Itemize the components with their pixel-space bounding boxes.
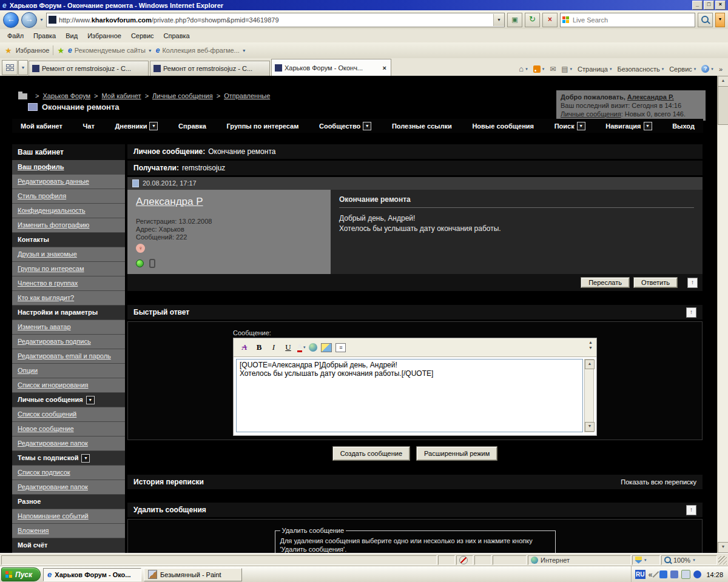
dropdown-icon[interactable]: ▼ bbox=[81, 454, 90, 463]
username-link[interactable]: Александра Р. bbox=[627, 93, 674, 101]
help-menu[interactable]: ?▾ bbox=[701, 65, 713, 73]
sidebar-item[interactable]: Список сообщений bbox=[12, 407, 125, 422]
tab-list-dropdown[interactable]: ▼ bbox=[18, 60, 28, 75]
menu-item[interactable]: Сервис bbox=[126, 31, 159, 41]
restore-button[interactable]: □ bbox=[704, 1, 714, 10]
menu-item[interactable]: Файл bbox=[2, 31, 29, 41]
submit-message-button[interactable]: Создать сообщение bbox=[332, 446, 410, 461]
tools-menu[interactable]: Сервис▾ bbox=[669, 65, 696, 73]
sidebar-item[interactable]: Личные сообщения ▼ bbox=[12, 393, 125, 407]
bold-button[interactable]: B bbox=[254, 341, 265, 353]
tray-collapse-icon[interactable]: « bbox=[649, 570, 653, 579]
scroll-down-icon[interactable]: ▼ bbox=[718, 542, 728, 553]
dropdown-icon[interactable]: ▼ bbox=[644, 122, 652, 130]
taskbar-task[interactable]: e Харьков Форум - Око... bbox=[43, 568, 141, 581]
start-button[interactable]: Пуск bbox=[1, 567, 41, 581]
menu-item[interactable]: Справка bbox=[159, 31, 195, 41]
sidebar-item[interactable]: Опции bbox=[12, 364, 125, 378]
favorites-bar-item[interactable]: e Рекомендуемые сайты ▼ bbox=[68, 46, 152, 55]
url-text[interactable]: http://www.kharkovforum.com/private.php?… bbox=[59, 16, 493, 24]
menu-item[interactable]: Избранное bbox=[83, 31, 126, 41]
refresh-button[interactable]: ↻ bbox=[525, 13, 540, 27]
author-name-link[interactable]: Александра Р bbox=[136, 196, 203, 208]
sidebar-item[interactable]: Редактировать данные bbox=[12, 175, 125, 189]
forward-button[interactable]: Переслать bbox=[581, 277, 630, 288]
sidebar-item[interactable]: Ваш профиль bbox=[12, 160, 125, 175]
dropdown-icon[interactable]: ▼ bbox=[149, 122, 158, 130]
sidebar-item[interactable]: Мой счёт bbox=[12, 538, 125, 553]
chevron-down-icon[interactable]: ▼ bbox=[148, 48, 152, 53]
insert-link-icon[interactable] bbox=[309, 343, 317, 352]
menu-item[interactable]: Вид bbox=[61, 31, 83, 41]
browser-tab[interactable]: Ремонт от remstroisojuz - C... bbox=[29, 61, 149, 76]
quick-tabs-button[interactable] bbox=[2, 60, 18, 75]
sidebar-item[interactable]: Новое сообщение bbox=[12, 422, 125, 436]
tab-close-icon[interactable]: × bbox=[382, 64, 388, 72]
breadcrumb-link[interactable]: Отправленные bbox=[224, 92, 270, 99]
sidebar-item[interactable]: Группы по интересам bbox=[12, 262, 125, 276]
sidebar-item[interactable]: Настройки и параметры bbox=[12, 306, 125, 320]
sidebar-item[interactable]: Стиль профиля bbox=[12, 189, 125, 204]
scroll-down-icon[interactable]: ▼ bbox=[585, 422, 595, 432]
browser-tab[interactable]: Харьков Форум - Оконч... × bbox=[271, 59, 391, 76]
font-color-button[interactable]: A▾ bbox=[297, 343, 305, 352]
menu-item[interactable]: Правка bbox=[29, 31, 61, 41]
network-icon[interactable] bbox=[670, 570, 678, 578]
navbar-item[interactable]: Справка bbox=[178, 122, 206, 130]
remove-format-button[interactable]: A bbox=[239, 341, 250, 353]
advanced-mode-button[interactable]: Расширенный режим bbox=[416, 446, 497, 461]
smartscreen-segment[interactable]: ▾ bbox=[632, 555, 660, 565]
dropdown-icon[interactable]: ▼ bbox=[86, 396, 95, 404]
home-button[interactable]: ⌂▾ bbox=[519, 64, 527, 73]
italic-button[interactable]: I bbox=[268, 341, 279, 353]
breadcrumb-link[interactable]: Харьков Форум bbox=[42, 92, 90, 99]
volume-icon[interactable] bbox=[693, 570, 701, 578]
browser-tab[interactable]: Ремонт от remstroisojuz - C... bbox=[150, 61, 270, 76]
history-dropdown-icon[interactable]: ▼ bbox=[39, 18, 44, 22]
dropdown-icon[interactable]: ▼ bbox=[577, 122, 585, 130]
address-dropdown-icon[interactable]: ▼ bbox=[493, 14, 504, 26]
private-messages-link[interactable]: Личные сообщения bbox=[561, 110, 621, 118]
sidebar-item[interactable]: Разное bbox=[12, 495, 125, 509]
sidebar-item[interactable]: Список подписок bbox=[12, 466, 125, 480]
sidebar-item[interactable]: Темы с подпиской ▼ bbox=[12, 451, 125, 466]
scroll-up-icon[interactable]: ▲ bbox=[718, 76, 728, 87]
sidebar-item[interactable]: Редактировать подпись bbox=[12, 335, 125, 349]
reply-button[interactable]: Ответить bbox=[633, 277, 678, 288]
sidebar-item[interactable]: Напоминание событий bbox=[12, 509, 125, 524]
navbar-item[interactable]: Поиск ▼ bbox=[554, 122, 585, 130]
updates-icon[interactable] bbox=[681, 570, 690, 579]
sidebar-item[interactable]: Друзья и знакомые bbox=[12, 247, 125, 262]
navbar-item[interactable]: Полезные ссылки bbox=[392, 122, 452, 130]
scroll-top-icon[interactable]: ↑ bbox=[687, 278, 698, 288]
underline-button[interactable]: U bbox=[283, 341, 294, 353]
search-options-dropdown-icon[interactable]: ▼ bbox=[715, 13, 725, 27]
scroll-top-icon[interactable]: ↑ bbox=[686, 307, 696, 318]
navbar-item[interactable]: Чат bbox=[83, 122, 95, 130]
navbar-item[interactable]: Мой кабинет bbox=[21, 122, 62, 130]
language-indicator[interactable]: RU bbox=[635, 570, 645, 579]
minimize-button[interactable]: _ bbox=[692, 1, 703, 10]
sidebar-item[interactable]: Вложения bbox=[12, 524, 125, 538]
print-button[interactable]: ▤▾ bbox=[561, 65, 572, 73]
sidebar-item[interactable]: Конфиденциальность bbox=[12, 204, 125, 218]
sidebar-item[interactable]: Список игнорирования bbox=[12, 378, 125, 393]
pen-icon[interactable] bbox=[653, 571, 659, 578]
stop-button[interactable]: × bbox=[542, 13, 558, 27]
back-button[interactable]: ← bbox=[3, 12, 19, 28]
navbar-item[interactable]: Дневники ▼ bbox=[115, 122, 158, 130]
insert-image-icon[interactable] bbox=[321, 343, 332, 352]
scrollbar-thumb[interactable] bbox=[718, 86, 728, 125]
compatibility-view-button[interactable]: ▣ bbox=[507, 13, 522, 27]
sidebar-item[interactable]: Изменить аватар bbox=[12, 320, 125, 335]
search-button[interactable] bbox=[698, 13, 713, 27]
sidebar-item[interactable]: Кто как выглядит? bbox=[12, 291, 125, 306]
messenger-icon[interactable] bbox=[659, 570, 667, 578]
feeds-button[interactable]: ▾ bbox=[533, 65, 545, 73]
breadcrumb-link[interactable]: Мой кабинет bbox=[102, 92, 141, 99]
quote-icon[interactable]: ≡ bbox=[335, 343, 346, 352]
navbar-item[interactable]: Навигация ▼ bbox=[605, 122, 652, 130]
dropdown-icon[interactable]: ▼ bbox=[363, 122, 371, 130]
sidebar-item[interactable]: Редактирование папок bbox=[12, 436, 125, 451]
close-button[interactable]: × bbox=[715, 1, 726, 10]
